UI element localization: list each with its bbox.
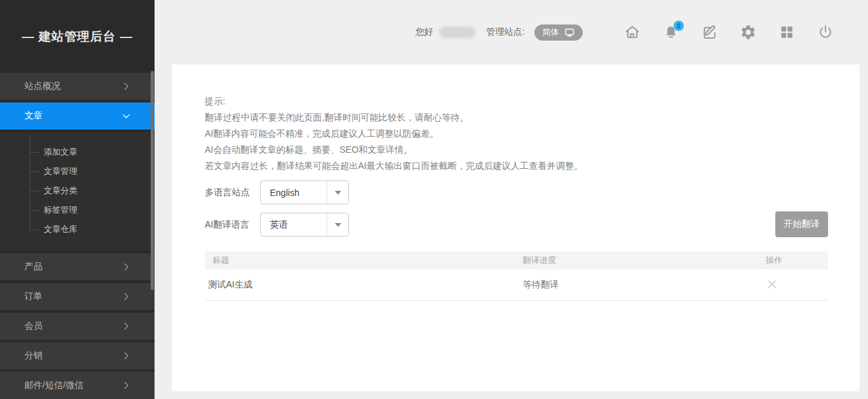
- sidebar-item-site-overview[interactable]: 站点概况: [0, 73, 155, 100]
- tips-title: 提示:: [205, 93, 583, 110]
- table-row: 测试AI生成 等待翻译: [205, 269, 828, 301]
- ai-language-select[interactable]: 英语: [260, 213, 349, 237]
- sidebar-item-tag-management[interactable]: 标签管理: [0, 200, 155, 220]
- sidebar-item-distribution[interactable]: 分销: [0, 342, 155, 369]
- sidebar-item-add-article[interactable]: 添加文章: [0, 142, 155, 162]
- apps-grid-icon[interactable]: [778, 24, 795, 41]
- sidebar-item-orders[interactable]: 订单: [0, 283, 155, 310]
- chevron-right-icon: [121, 291, 131, 302]
- chevron-right-icon: [121, 321, 131, 331]
- row-action-cell: [766, 278, 828, 293]
- notification-count-badge: 0: [674, 21, 684, 31]
- multilingual-site-value: English: [261, 188, 326, 198]
- notifications-bell-icon[interactable]: 0: [663, 24, 679, 41]
- username-redacted: [439, 26, 476, 38]
- sidebar-item-email-sms-wechat[interactable]: 邮件/短信/微信: [0, 372, 155, 399]
- sidebar-item-products[interactable]: 产品: [0, 253, 155, 280]
- sidebar-item-label: 订单: [24, 291, 42, 302]
- caret-down-icon: [335, 191, 341, 195]
- multilingual-site-row: 多语言站点 English: [205, 180, 349, 204]
- start-translation-button[interactable]: 开始翻译: [775, 211, 828, 237]
- chevron-down-icon: [121, 111, 131, 121]
- ai-language-value: 英语: [261, 219, 326, 231]
- sidebar-item-label: 分销: [24, 350, 42, 362]
- dropdown-caret-box: [326, 213, 348, 236]
- sidebar-item-article-repository[interactable]: 文章仓库: [0, 220, 155, 239]
- greeting-label: 您好: [415, 26, 433, 38]
- column-header-progress: 翻译进度: [523, 255, 766, 266]
- chevron-right-icon: [121, 262, 131, 272]
- sidebar-item-label: 邮件/短信/微信: [24, 380, 84, 391]
- tips-line: 翻译过程中请不要关闭此页面,翻译时间可能比较长，请耐心等待。: [205, 110, 583, 126]
- tips-block: 提示: 翻译过程中请不要关闭此页面,翻译时间可能比较长，请耐心等待。 AI翻译内…: [205, 93, 583, 174]
- column-header-title: 标题: [205, 255, 523, 266]
- topbar: 您好 管理站点: 简体 0: [155, 0, 868, 64]
- sidebar-item-article-categories[interactable]: 文章分类: [0, 181, 155, 200]
- row-title: 测试AI生成: [205, 279, 523, 291]
- tips-line: AI会自动翻译文章的标题、摘要、SEO和文章详情。: [205, 142, 583, 158]
- chevron-right-icon: [121, 380, 131, 391]
- multilingual-site-select[interactable]: English: [260, 180, 349, 204]
- sidebar-item-articles[interactable]: 文章: [0, 102, 155, 130]
- power-icon[interactable]: [817, 24, 834, 41]
- manage-site-label: 管理站点:: [486, 26, 525, 38]
- language-switch-button[interactable]: 简体: [534, 24, 583, 41]
- ai-language-row: AI翻译语言 英语: [205, 213, 349, 237]
- table-header: 标题 翻译进度 操作: [205, 251, 828, 269]
- chevron-right-icon: [121, 351, 131, 361]
- tips-line: 若文章内容过长，翻译结果可能会超出AI最大输出窗口而被截断，完成后建议人工查看并…: [205, 158, 583, 174]
- tips-line: AI翻译内容可能会不精准，完成后建议人工调整以防偏差。: [205, 126, 583, 142]
- close-icon[interactable]: [766, 278, 778, 291]
- ai-language-label: AI翻译语言: [205, 219, 260, 231]
- sidebar: — 建站管理后台 — 站点概况 文章 添加文章 文章管理 文章分类 标签管理 文…: [0, 0, 155, 399]
- app-title: — 建站管理后台 —: [0, 0, 155, 73]
- chevron-right-icon: [121, 81, 131, 92]
- row-progress: 等待翻译: [523, 279, 766, 291]
- gear-icon[interactable]: [740, 24, 757, 41]
- articles-submenu: 添加文章 文章管理 文章分类 标签管理 文章仓库: [0, 132, 155, 251]
- sidebar-item-label: 站点概况: [24, 81, 61, 92]
- caret-down-icon: [335, 223, 341, 227]
- sidebar-item-label: 文章: [24, 110, 42, 122]
- content-card: 提示: 翻译过程中请不要关闭此页面,翻译时间可能比较长，请耐心等待。 AI翻译内…: [172, 64, 860, 391]
- translation-table: 标题 翻译进度 操作 测试AI生成 等待翻译: [205, 251, 828, 301]
- sidebar-item-label: 会员: [24, 320, 42, 332]
- sidebar-item-article-management[interactable]: 文章管理: [0, 162, 155, 181]
- column-header-action: 操作: [766, 255, 828, 266]
- sidebar-item-label: 产品: [24, 261, 42, 273]
- language-switch-label: 简体: [542, 26, 559, 38]
- multilingual-site-label: 多语言站点: [205, 187, 260, 199]
- monitor-icon: [564, 27, 575, 38]
- edit-icon[interactable]: [701, 24, 718, 41]
- sidebar-scrollbar[interactable]: [151, 71, 154, 290]
- sidebar-item-members[interactable]: 会员: [0, 313, 155, 340]
- home-icon[interactable]: [624, 24, 641, 41]
- dropdown-caret-box: [326, 181, 348, 204]
- main-area: 您好 管理站点: 简体 0 提示: 翻译过程中请不: [155, 0, 868, 399]
